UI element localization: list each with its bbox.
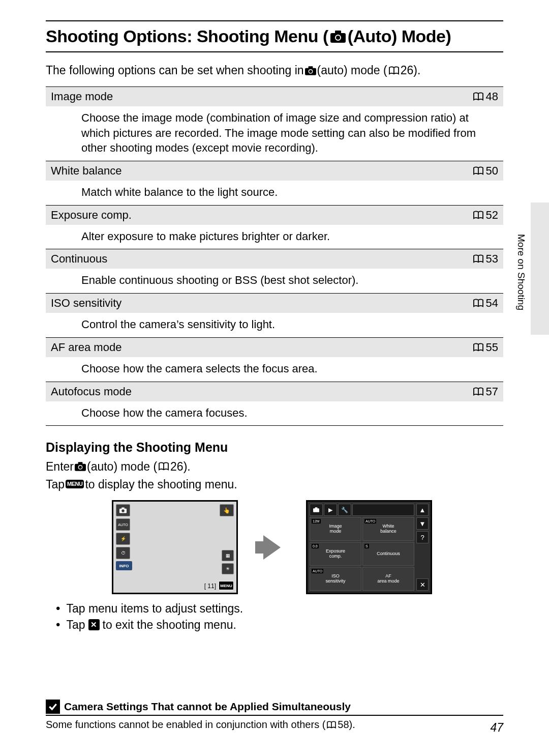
- svg-rect-22: [121, 508, 125, 509]
- s2-tabs: ▶ 🔧: [310, 504, 414, 516]
- option-name: AF area mode: [46, 337, 458, 357]
- option-desc: Choose how the camera selects the focus …: [46, 357, 503, 382]
- cell-label: Imagemode: [329, 524, 342, 534]
- book-icon: [326, 721, 337, 729]
- intro-c: 26).: [401, 64, 421, 77]
- svg-point-3: [336, 36, 340, 40]
- tap-menu-line: Tap MENU to display the shooting menu.: [46, 476, 503, 493]
- camera-icon: [330, 31, 346, 43]
- scene-auto-icon: AUTO: [116, 518, 130, 531]
- camera-icon: [305, 66, 316, 75]
- frame-counter: [ 11]: [204, 583, 216, 590]
- exposure-icon: ☀: [222, 563, 234, 574]
- svg-point-7: [309, 70, 312, 73]
- page-ref: 50: [463, 164, 498, 178]
- tap-a: Tap: [46, 476, 65, 493]
- title-pre: Shooting Options: Shooting Menu (: [46, 26, 328, 46]
- enter-c: 26).: [170, 458, 191, 476]
- close-icon: ✕: [416, 578, 429, 591]
- page-ref-num: 48: [486, 90, 498, 103]
- book-icon: [473, 299, 484, 308]
- s1-mid-icons: ▦ ☀: [222, 550, 234, 574]
- page-title: Shooting Options: Shooting Menu ( (Auto)…: [46, 26, 503, 46]
- spacer: [416, 545, 429, 577]
- check-icon: [46, 700, 60, 714]
- cell-label: AFarea mode: [377, 574, 399, 584]
- touch-shutter-icon: 👆: [220, 504, 234, 516]
- image-mode-icon: ▦: [222, 550, 234, 561]
- menu-button: MENU: [219, 581, 234, 590]
- scroll-down-icon: ▼: [416, 517, 429, 530]
- menu-cell: AFarea mode: [362, 567, 414, 591]
- s1-sidebar: AUTO ⚡ ⏱ INFO: [116, 504, 132, 570]
- enter-a: Enter: [46, 458, 74, 476]
- page-ref-num: 55: [486, 341, 498, 354]
- page-ref-num: 57: [486, 385, 498, 398]
- tab-playback-icon: ▶: [324, 504, 337, 516]
- page-ref: 55: [463, 341, 498, 354]
- cell-mini-icon: 0.0: [312, 544, 319, 548]
- lcd-preview-after: ▶ 🔧 12MImagemodeAUTOWhitebalance0.0Expos…: [306, 500, 432, 594]
- option-name: Image mode: [46, 87, 458, 107]
- page-ref-num: 50: [486, 164, 498, 178]
- enter-b: (auto) mode (: [87, 458, 157, 476]
- svg-point-23: [121, 509, 125, 512]
- option-name: Exposure comp.: [46, 205, 458, 225]
- menu-cell: AUTOWhitebalance: [362, 517, 414, 541]
- book-icon: [473, 254, 484, 264]
- note-block: Camera Settings That cannot be Applied S…: [46, 700, 503, 731]
- option-desc: Control the camera’s sensitivity to ligh…: [46, 313, 503, 337]
- option-desc: Choose the image mode (combination of im…: [46, 106, 503, 161]
- book-icon: [473, 211, 484, 220]
- tap-b: to display the shooting menu.: [85, 476, 237, 493]
- option-desc: Enable continuous shooting or BSS (best …: [46, 269, 503, 293]
- cell-mini-icon: S: [364, 544, 369, 548]
- page-ref-num: 54: [486, 297, 498, 310]
- list-item: Tap ✕ to exit the shooting menu.: [56, 618, 503, 632]
- option-desc: Choose how the camera focuses.: [46, 401, 503, 426]
- s2-right-bar: ▲ ▼ ? ✕: [416, 504, 429, 591]
- menu-cell: SContinuous: [362, 542, 414, 566]
- bullet-list: Tap menu items to adjust settings. Tap ✕…: [56, 601, 503, 632]
- cell-label: Continuous: [377, 551, 400, 557]
- camera-icon: [116, 504, 130, 516]
- timer-off-icon: ⏱: [116, 547, 130, 559]
- tab-setup-icon: 🔧: [338, 504, 351, 516]
- option-desc: Match white balance to the light source.: [46, 181, 503, 205]
- option-desc: Alter exposure to make pictures brighter…: [46, 225, 503, 249]
- bullet-2a: Tap: [66, 618, 85, 632]
- svg-rect-25: [315, 507, 318, 509]
- arrow-right-icon: [263, 535, 281, 560]
- book-icon: [473, 387, 484, 396]
- cell-mini-icon: AUTO: [364, 519, 376, 524]
- title-rule: [46, 51, 503, 52]
- tab-shooting-icon: [310, 504, 323, 516]
- page-ref: 57: [463, 385, 498, 398]
- option-name: Continuous: [46, 249, 458, 269]
- close-icon: ✕: [88, 619, 100, 630]
- cell-label: Exposurecomp.: [326, 549, 345, 559]
- menu-cell: AUTOISOsensitivity: [310, 567, 361, 591]
- note-body-a: Some functions cannot be enabled in conj…: [46, 719, 325, 731]
- info-button: INFO: [116, 561, 132, 570]
- book-icon: [473, 92, 484, 101]
- menu-cell: 12MImagemode: [310, 517, 361, 541]
- cell-mini-icon: AUTO: [312, 569, 323, 573]
- option-name: Autofocus mode: [46, 382, 458, 401]
- intro-b: (auto) mode (: [317, 64, 387, 77]
- scroll-up-icon: ▲: [416, 504, 429, 516]
- page-ref: 52: [463, 209, 498, 222]
- book-icon: [388, 66, 400, 75]
- sub-heading: Displaying the Shooting Menu: [46, 440, 503, 455]
- cell-mini-icon: 12M: [312, 519, 321, 524]
- book-icon: [158, 462, 169, 471]
- cell-label: ISOsensitivity: [325, 574, 345, 584]
- option-name: White balance: [46, 161, 458, 181]
- bullet-1: Tap menu items to adjust settings.: [66, 602, 243, 616]
- title-post: (Auto) Mode): [348, 26, 451, 46]
- option-name: ISO sensitivity: [46, 294, 458, 313]
- lcd-preview-before: AUTO ⚡ ⏱ INFO 👆 ▦ ☀ [ 11] MENU: [112, 500, 238, 594]
- menu-cell: 0.0Exposurecomp.: [310, 542, 361, 566]
- help-icon: ?: [416, 531, 429, 543]
- camera-icon: [75, 462, 86, 471]
